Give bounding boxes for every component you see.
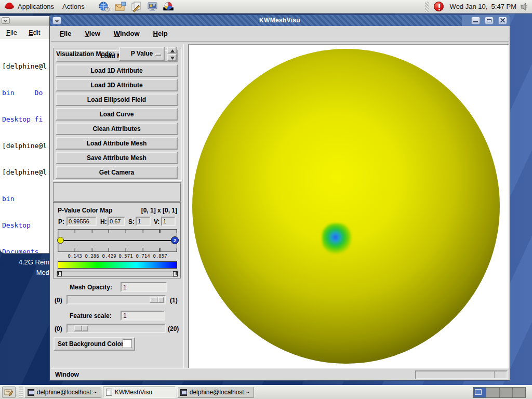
workspace-3[interactable] — [500, 388, 513, 397]
charts-icon[interactable] — [163, 1, 175, 12]
taskbar: delphine@localhost:~ KWMeshVisu delphine… — [0, 385, 532, 399]
minimize-icon — [473, 21, 478, 22]
colormap-frame: P-Value Color Map [0, 1] x [0, 1] P: H: … — [53, 202, 181, 279]
minimize-button[interactable] — [471, 17, 480, 24]
attribute-spot — [322, 223, 351, 254]
top-panel: Applications Actions — [0, 0, 532, 14]
h-field-input[interactable] — [108, 217, 125, 226]
tick-label: 0.143 — [66, 254, 84, 259]
task-terminal-1[interactable]: delphine@localhost:~ — [24, 387, 101, 398]
visualization-mode-dropdown[interactable]: P Value — [119, 47, 165, 61]
menu-help[interactable]: Help — [151, 28, 174, 39]
taskbar-drag-handle[interactable] — [19, 387, 23, 398]
show-desktop-icon — [4, 388, 14, 396]
web-browser-icon[interactable] — [98, 1, 111, 12]
control-panel: Load Mesh Load 1D Attribute Load 3D Attr… — [52, 44, 183, 368]
documents-icon[interactable] — [130, 1, 143, 12]
load-attribute-mesh-button[interactable]: Load Attribute Mesh — [56, 137, 178, 150]
set-background-color-label: Set Background Color — [58, 340, 124, 348]
feature-scale-handle[interactable] — [74, 325, 88, 331]
terminal-menu-edit[interactable]: Edit — [29, 29, 40, 36]
task-label: KWMeshVisu — [115, 389, 152, 396]
set-background-color-button[interactable]: Set Background Color — [54, 337, 135, 351]
volume-icon[interactable] — [520, 2, 529, 11]
range-handle-left[interactable] — [57, 271, 62, 276]
p-field-label: P: — [58, 218, 64, 225]
load-3d-attribute-button[interactable]: Load 3D Attribute — [56, 79, 178, 91]
range-handle-right[interactable] — [173, 271, 178, 276]
clean-attributes-button[interactable]: Clean Attributes — [56, 123, 178, 135]
workspace-2[interactable] — [486, 388, 499, 397]
update-alert-icon[interactable] — [434, 2, 444, 11]
save-attribute-mesh-button[interactable]: Save Attribute Mesh — [56, 152, 178, 164]
applications-menu[interactable]: Applications — [0, 0, 58, 14]
s-field-input[interactable] — [136, 217, 151, 226]
redhat-icon — [4, 1, 15, 12]
p-field-input[interactable] — [66, 217, 97, 226]
kwmeshvisu-window: KWMeshVisu File View Window Help Load Me… — [49, 15, 510, 381]
progress-gauge-divider — [494, 371, 495, 378]
option-menu-dash-icon — [155, 54, 161, 56]
arrow-up-icon — [170, 49, 175, 52]
terminal-menu-file[interactable]: File — [6, 29, 17, 36]
render-viewport[interactable] — [189, 44, 509, 368]
presentation-icon[interactable] — [147, 1, 159, 12]
visualization-mode-label: Visualization Mode: — [56, 50, 114, 58]
menu-file[interactable]: File — [58, 28, 77, 39]
email-icon[interactable] — [114, 1, 127, 12]
terminal-icon — [28, 389, 34, 396]
slider-handle-1[interactable] — [57, 237, 64, 244]
get-camera-button[interactable]: Get Camera — [56, 166, 178, 179]
colormap-point-slider[interactable]: 2 — [58, 229, 177, 252]
actions-menu[interactable]: Actions — [58, 0, 89, 14]
load-1d-attribute-button[interactable]: Load 1D Attribute — [56, 64, 178, 77]
desktop-icon-label-line2: Med — [0, 268, 49, 278]
app-menubar: File View Window Help — [51, 26, 509, 41]
tick-label: 0.714 — [134, 254, 152, 259]
mesh-opacity-input[interactable] — [121, 282, 167, 292]
menubar-separator — [51, 41, 509, 42]
load-ellipsoid-field-button[interactable]: Load Ellipsoid Field — [56, 94, 178, 106]
task-terminal-2[interactable]: delphine@localhost:~ — [177, 387, 254, 398]
alert-exclamation — [438, 4, 440, 8]
mesh-opacity-slider[interactable] — [66, 295, 166, 304]
show-desktop-button[interactable] — [2, 387, 16, 398]
feature-scale-input[interactable] — [121, 311, 165, 321]
close-button[interactable] — [498, 17, 507, 24]
status-text: Window — [55, 371, 79, 378]
spinner-up-button[interactable] — [167, 47, 177, 54]
spinner-down-button[interactable] — [167, 54, 177, 61]
maximize-icon — [487, 19, 491, 22]
workspace-4[interactable] — [513, 388, 525, 397]
panel-drag-handle[interactable] — [425, 2, 429, 12]
window-titlebar[interactable]: KWMeshVisu — [50, 15, 510, 26]
task-label: delphine@localhost:~ — [37, 389, 97, 396]
colormap-range: [0, 1] x [0, 1] — [141, 207, 177, 214]
tick-label: 0.286 — [83, 254, 101, 259]
maximize-button[interactable] — [485, 17, 494, 24]
v-field-input[interactable] — [161, 217, 176, 226]
actions-label: Actions — [62, 3, 85, 10]
mesh-opacity-handle[interactable] — [150, 297, 164, 303]
feature-scale-slider[interactable] — [66, 324, 166, 333]
clock[interactable]: Wed Jan 10, 5:47 PM — [447, 3, 520, 10]
slider-handle-2[interactable]: 2 — [171, 236, 179, 244]
task-kwmeshvisu[interactable]: KWMeshVisu — [103, 387, 176, 398]
progress-gauge — [415, 370, 508, 379]
menu-view[interactable]: View — [83, 28, 106, 39]
menu-window[interactable]: Window — [112, 28, 146, 39]
feature-scale-label: Feature scale: — [70, 312, 112, 320]
mesh-opacity-max: (1) — [170, 297, 178, 304]
background-color-swatch — [123, 339, 132, 348]
desktop-icon-label[interactable]: 4.2G Rem Med — [0, 257, 49, 278]
workspace-1[interactable] — [473, 388, 486, 397]
tick-label: 0.429 — [100, 254, 118, 259]
terminal-icon — [180, 389, 187, 396]
colormap-range-slider[interactable] — [57, 271, 178, 277]
window-title: KWMeshVisu — [50, 17, 510, 24]
window-shade-button[interactable] — [2, 17, 10, 24]
workspace-switcher — [473, 387, 526, 398]
v-field-label: V: — [154, 218, 159, 225]
panel-sash[interactable] — [183, 44, 189, 368]
load-curve-button[interactable]: Load Curve — [56, 108, 178, 121]
